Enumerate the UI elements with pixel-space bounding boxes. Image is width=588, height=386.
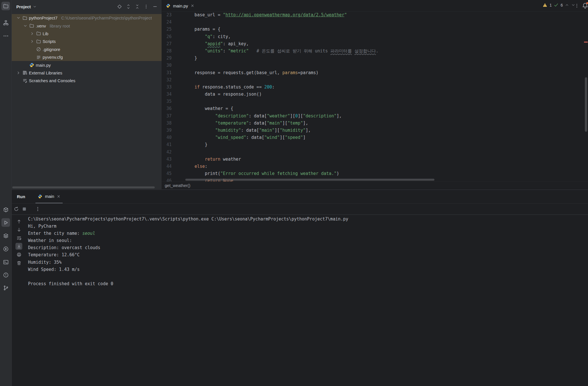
line-number[interactable]: 43	[162, 156, 184, 163]
editor-tab-main-py[interactable]: main.py	[162, 0, 198, 11]
more-options-button[interactable]	[35, 206, 41, 212]
options-icon[interactable]	[144, 4, 149, 9]
line-number[interactable]: 45	[162, 170, 184, 177]
stop-button[interactable]	[21, 206, 27, 212]
code-line[interactable]: 37 "description": data["weather"][0]["de…	[162, 113, 588, 120]
code-line[interactable]: 31 response = requests.get(base_url, par…	[162, 69, 588, 76]
line-number[interactable]: 42	[162, 149, 184, 156]
tree-row-lib[interactable]: Lib	[12, 30, 162, 38]
terminal-tool-button[interactable]	[1, 258, 10, 266]
chevron-right-icon[interactable]	[16, 70, 21, 75]
line-number[interactable]: 44	[162, 163, 184, 170]
inspection-widget[interactable]: 1 6	[543, 3, 575, 7]
line-number[interactable]: 36	[162, 105, 184, 112]
code-line[interactable]: 26 "q": city,	[162, 33, 588, 40]
code-line[interactable]: 41 }	[162, 141, 588, 148]
code-line[interactable]: 40 "wind_speed": data["wind"]["speed"]	[162, 134, 588, 141]
chevron-right-icon[interactable]	[30, 31, 35, 36]
tree-row--gitignore[interactable]: .gitignore	[12, 46, 162, 53]
print-button[interactable]	[15, 251, 22, 258]
line-number[interactable]: 33	[162, 84, 184, 91]
breadcrumb-item[interactable]: get_weather()	[165, 183, 190, 188]
scroll-to-end-button[interactable]	[15, 243, 22, 250]
line-number[interactable]: 25	[162, 26, 184, 33]
project-horizontal-scrollbar[interactable]	[12, 186, 155, 188]
editor-vertical-scrollbar[interactable]	[585, 77, 587, 132]
clear-all-button[interactable]	[15, 259, 22, 266]
run-tool-button[interactable]	[1, 218, 10, 227]
line-number[interactable]: 23	[162, 11, 184, 19]
tree-row-external-libraries[interactable]: External Libraries	[12, 69, 162, 77]
code-line[interactable]: 25 params = {	[162, 26, 588, 33]
code-line[interactable]: 27 "appid": api_key,	[162, 40, 588, 48]
problems-tool-button[interactable]	[1, 271, 10, 279]
tree-row-pythonproject7[interactable]: pythonProject7C:\Users\seona\PycharmProj…	[12, 14, 162, 22]
python-packages-tool-button[interactable]	[1, 205, 10, 214]
more-tool-windows-tool-button[interactable]	[1, 31, 10, 40]
run-tab-main[interactable]: main	[35, 190, 63, 203]
line-number[interactable]: 41	[162, 141, 184, 148]
code-line[interactable]: 42	[162, 149, 588, 156]
close-run-tab-icon[interactable]	[57, 195, 60, 198]
notifications-bell[interactable]	[582, 2, 588, 10]
project-tool-button[interactable]	[1, 2, 10, 10]
code-line[interactable]: 33 if response.status_code == 200:	[162, 84, 588, 91]
tree-row--venv[interactable]: .venvlibrary root	[12, 22, 162, 29]
code-line[interactable]: 34 data = response.json()	[162, 91, 588, 98]
soft-wrap-button[interactable]	[15, 235, 22, 241]
line-number[interactable]: 28	[162, 48, 184, 55]
code-area[interactable]: 23 base_url = "http://api.openweathermap…	[162, 11, 588, 182]
code-line[interactable]: 35	[162, 98, 588, 105]
code-line[interactable]: 36 weather = {	[162, 105, 588, 112]
line-number[interactable]: 26	[162, 33, 184, 40]
line-number[interactable]: 32	[162, 76, 184, 84]
line-number[interactable]: 35	[162, 98, 184, 105]
tree-row-main-py[interactable]: main.py	[12, 61, 162, 69]
line-number[interactable]: 38	[162, 120, 184, 127]
code-line[interactable]: 39 "humidity": data["main"]["humidity"],	[162, 127, 588, 134]
hide-panel-icon[interactable]	[152, 4, 158, 9]
line-number[interactable]: 40	[162, 134, 184, 141]
line-number[interactable]: 29	[162, 55, 184, 62]
code-line[interactable]: 45 print("Error occurred while fetching …	[162, 170, 588, 177]
breadcrumb[interactable]: get_weather()	[162, 182, 588, 189]
previous-problem-icon[interactable]	[565, 3, 569, 7]
down-the-stack-trace-button[interactable]	[15, 226, 22, 233]
line-number[interactable]: 34	[162, 91, 184, 98]
chevron-right-icon[interactable]	[30, 39, 35, 44]
line-number[interactable]: 30	[162, 62, 184, 69]
editor-horizontal-scrollbar[interactable]	[185, 179, 434, 181]
tree-row-pyvenv-cfg[interactable]: pyvenv.cfg	[12, 53, 162, 61]
next-problem-icon[interactable]	[571, 3, 575, 7]
structure-tool-button[interactable]	[1, 18, 10, 27]
line-number[interactable]: 31	[162, 69, 184, 76]
project-panel-title[interactable]: Project	[16, 4, 31, 9]
code-line[interactable]: 32	[162, 76, 588, 84]
code-line[interactable]: 30	[162, 62, 588, 69]
line-number[interactable]: 27	[162, 40, 184, 48]
up-the-stack-trace-button[interactable]	[15, 218, 22, 225]
python-console-tool-button[interactable]	[1, 231, 10, 240]
collapse-all-icon[interactable]	[135, 4, 140, 9]
chevron-down-icon[interactable]	[23, 23, 28, 28]
project-dropdown-chevron-icon[interactable]	[33, 5, 37, 9]
select-opened-file-icon[interactable]	[117, 4, 122, 9]
code-line[interactable]: 38 "temperature": data["main"]["temp"],	[162, 120, 588, 127]
close-tab-icon[interactable]	[191, 4, 194, 7]
console-output[interactable]: C:\Users\seona\PycharmProjects\pythonPro…	[26, 215, 588, 386]
version-control-tool-button[interactable]	[1, 283, 10, 292]
line-number[interactable]: 39	[162, 127, 184, 134]
line-number[interactable]: 37	[162, 113, 184, 120]
services-tool-button[interactable]	[1, 245, 10, 253]
code-line[interactable]: 28 "units": "metric" # 온도를 섭씨로 받기 위해 uni…	[162, 48, 588, 55]
chevron-down-icon[interactable]	[16, 15, 21, 20]
line-number[interactable]: 46	[162, 177, 184, 182]
error-stripe-warning-mark[interactable]	[584, 42, 588, 43]
code-line[interactable]: 29 }	[162, 55, 588, 62]
tree-row-scripts[interactable]: Scripts	[12, 38, 162, 45]
line-number[interactable]: 24	[162, 19, 184, 26]
code-line[interactable]: 24	[162, 19, 588, 26]
expand-all-icon[interactable]	[126, 4, 131, 9]
rerun-button[interactable]	[13, 206, 19, 212]
code-line[interactable]: 23 base_url = "http://api.openweathermap…	[162, 11, 588, 19]
